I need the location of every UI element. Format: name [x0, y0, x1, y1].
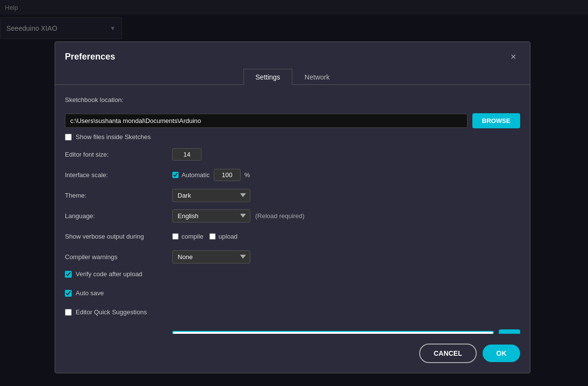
verbose-controls: compile upload	[172, 233, 238, 240]
language-select[interactable]: English Spanish French German Chinese	[172, 209, 250, 223]
verify-code-label: Verify code after upload	[76, 270, 142, 278]
boards-url-row: Additional boards manager URLs: ⧉	[65, 329, 520, 334]
verify-code-checkbox[interactable]	[65, 271, 72, 278]
font-size-input[interactable]	[172, 148, 202, 161]
theme-row: Theme: Dark Light System	[65, 188, 520, 202]
percent-label: %	[244, 171, 250, 179]
sketchbook-label-row: Sketchbook location:	[65, 93, 520, 106]
sketchbook-label: Sketchbook location:	[65, 96, 172, 103]
scale-auto-checkbox[interactable]	[172, 172, 179, 178]
verbose-compile-label: compile	[182, 233, 203, 240]
tab-bar: Settings Network	[55, 68, 530, 85]
dialog-header: Preferences ×	[55, 42, 530, 68]
reload-note: (Reload required)	[255, 212, 304, 220]
dialog-footer: CANCEL OK	[55, 334, 530, 373]
verbose-upload-label: upload	[219, 233, 238, 240]
theme-select[interactable]: Dark Light System	[172, 189, 250, 202]
language-row: Language: English Spanish French German …	[65, 209, 520, 223]
ok-button[interactable]: OK	[483, 345, 520, 362]
scale-controls: Automatic %	[172, 169, 250, 181]
browse-button[interactable]: BROWSE	[472, 113, 521, 128]
verbose-compile-checkbox[interactable]	[172, 233, 179, 240]
verbose-upload-checkbox[interactable]	[209, 233, 216, 240]
boards-url-edit-button[interactable]: ⧉	[499, 329, 520, 334]
close-button[interactable]: ×	[507, 50, 520, 63]
theme-label: Theme:	[65, 192, 172, 199]
auto-save-row: Auto save	[65, 289, 520, 297]
tab-network[interactable]: Network	[292, 69, 342, 85]
cancel-button[interactable]: CANCEL	[419, 344, 477, 363]
verbose-compile-group: compile	[172, 233, 203, 240]
show-files-row: Show files inside Sketches	[65, 133, 520, 141]
verbose-label: Show verbose output during	[65, 233, 172, 240]
tab-settings[interactable]: Settings	[243, 69, 293, 85]
auto-save-checkbox[interactable]	[65, 290, 72, 297]
dialog-content: Sketchbook location: BROWSE Show files i…	[55, 93, 530, 334]
show-files-checkbox[interactable]	[65, 134, 72, 141]
scale-value-input[interactable]	[214, 169, 241, 181]
sketchbook-path-row: BROWSE	[65, 113, 520, 128]
preferences-dialog: Preferences × Settings Network Sketchboo…	[55, 41, 530, 373]
sketchbook-path-input[interactable]	[65, 114, 467, 128]
auto-save-label: Auto save	[76, 289, 104, 297]
editor-suggestions-checkbox[interactable]	[65, 309, 72, 316]
interface-scale-label: Interface scale:	[65, 171, 172, 179]
editor-suggestions-row: Editor Quick Suggestions	[65, 308, 520, 316]
compiler-warnings-select[interactable]: None Default More All	[172, 250, 250, 264]
font-size-row: Editor font size:	[65, 147, 520, 161]
scale-auto-group: Automatic	[172, 171, 210, 179]
scale-auto-label: Automatic	[182, 171, 210, 179]
compiler-warnings-label: Compiler warnings	[65, 253, 172, 261]
editor-suggestions-label: Editor Quick Suggestions	[76, 308, 147, 316]
boards-url-controls: ⧉	[172, 329, 520, 334]
options-checkboxes: Verify code after upload Auto save Edito…	[65, 270, 520, 323]
show-files-label: Show files inside Sketches	[76, 133, 151, 141]
verify-code-row: Verify code after upload	[65, 270, 520, 278]
verbose-upload-group: upload	[209, 233, 238, 240]
compiler-warnings-row: Compiler warnings None Default More All	[65, 250, 520, 264]
verbose-row: Show verbose output during compile uploa…	[65, 229, 520, 243]
interface-scale-row: Interface scale: Automatic %	[65, 168, 520, 182]
language-label: Language:	[65, 212, 172, 220]
dialog-title: Preferences	[65, 52, 115, 62]
font-size-label: Editor font size:	[65, 151, 172, 158]
